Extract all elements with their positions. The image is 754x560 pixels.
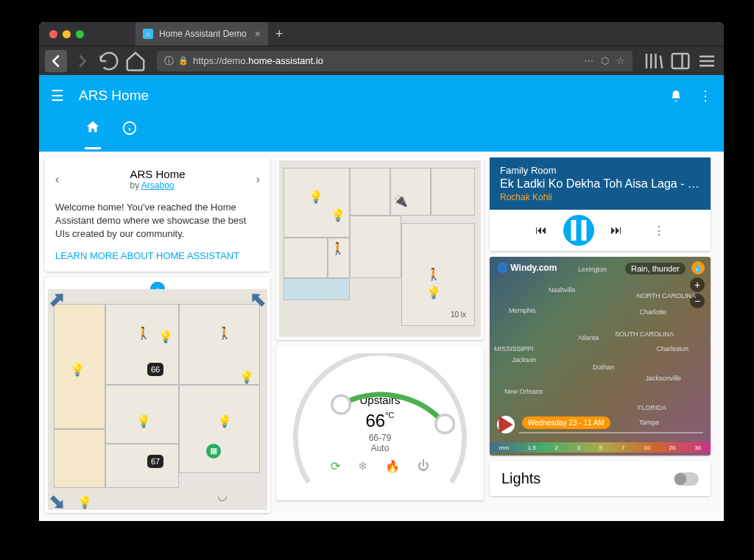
home-button[interactable] — [124, 50, 147, 72]
bulb-icon[interactable]: 💡 — [136, 414, 148, 426]
motion-icon[interactable]: 🚶 — [426, 267, 438, 279]
media-card: Family Room Ek Ladki Ko Dekha Toh Aisa L… — [490, 157, 711, 251]
library-icon[interactable] — [643, 50, 665, 72]
app-title: ARS Home — [79, 88, 149, 104]
camera-icon[interactable] — [48, 492, 68, 512]
svg-point-2 — [332, 395, 350, 414]
city-label: Jackson — [512, 356, 536, 364]
timeline-label[interactable]: Wednesday 23 - 11 AM — [522, 417, 610, 429]
city-label: Tampa — [639, 419, 659, 426]
motion-icon[interactable]: 🚶 — [331, 241, 342, 253]
lights-card: Lights — [490, 461, 711, 496]
zoom-in-button[interactable]: + — [690, 277, 705, 292]
motion-icon[interactable]: 🚶 — [136, 326, 148, 338]
city-label: New Orleans — [504, 388, 543, 395]
app-header: ☰ ARS Home ⋮ — [39, 75, 724, 152]
tab-home[interactable] — [85, 119, 101, 149]
next-track-icon[interactable]: ⏭ — [610, 224, 622, 237]
floorplan-downstairs[interactable]: ▲ ■ ⌂ ⌂ — [45, 277, 270, 513]
url-scheme: https:// — [193, 55, 222, 66]
window-controls — [49, 30, 84, 38]
close-tab-icon[interactable]: × — [255, 28, 261, 40]
motion-icon[interactable]: 🚶 — [217, 326, 229, 338]
tab-title: Home Assistant Demo — [159, 29, 247, 39]
lights-toggle[interactable] — [674, 472, 699, 486]
media-overflow-icon[interactable]: ⋮ — [653, 224, 665, 238]
welcome-body: Welcome home! You've reached the Home As… — [55, 201, 260, 241]
lock-icon: 🔒 — [178, 56, 188, 65]
city-label: Charlotte — [639, 308, 666, 316]
city-label: Memphis — [509, 307, 536, 314]
bell-icon[interactable] — [669, 88, 683, 104]
forward-button[interactable] — [71, 50, 94, 72]
play-pause-button[interactable] — [563, 215, 594, 246]
timeline-play-button[interactable] — [497, 416, 515, 433]
prev-track-icon[interactable]: ⏮ — [535, 224, 547, 237]
shield-icon[interactable]: ⬡ — [601, 55, 609, 66]
temp-badge[interactable]: 67 — [147, 455, 163, 468]
rain-icon[interactable]: 💧 — [691, 261, 705, 274]
sidebar-icon[interactable] — [669, 50, 691, 72]
bulb-icon[interactable]: 💡 — [70, 363, 82, 375]
svg-point-3 — [436, 415, 454, 433]
back-button[interactable] — [45, 50, 67, 72]
tab-info[interactable] — [121, 120, 138, 148]
temp-badge[interactable]: 66 — [147, 363, 163, 376]
svg-rect-5 — [582, 220, 587, 241]
floorplan-upstairs[interactable]: 🚶 🚶 💡 💡 💡 🔌 10 lx — [276, 157, 484, 340]
media-artist: Rochak Kohli — [500, 192, 700, 202]
svg-rect-0 — [672, 54, 689, 68]
city-label: Dothan — [593, 364, 614, 371]
city-label: Nashville — [549, 286, 576, 294]
bulb-icon[interactable]: 💡 — [331, 208, 342, 220]
bulb-icon[interactable]: 💡 — [217, 414, 229, 426]
plug-icon[interactable]: 🔌 — [393, 194, 405, 205]
by-label: by — [130, 180, 141, 191]
welcome-title: ARS Home — [130, 168, 185, 180]
windy-logo: 🌀 Windy.com — [497, 263, 557, 273]
url-bar[interactable]: ⓘ 🔒 https://demo.home-assistant.io ⋯ ⬡ ☆ — [157, 51, 633, 71]
browser-tabbar: ⌂ Home Assistant Demo × + — [39, 22, 724, 46]
menu-button[interactable] — [696, 50, 718, 72]
svg-rect-4 — [571, 220, 577, 241]
url-subdomain: demo. — [222, 55, 248, 66]
bulb-icon[interactable]: 💡 — [77, 495, 89, 507]
city-label: SOUTH CAROLINA — [615, 330, 674, 338]
bulb-icon[interactable]: 💡 — [309, 190, 320, 202]
sensor-icon[interactable]: ◡ — [217, 489, 228, 503]
prev-button[interactable]: ‹ — [55, 173, 59, 186]
info-icon[interactable]: ⓘ — [164, 54, 174, 68]
welcome-card: ‹ ARS Home by Arsaboo › Welcome home! Yo… — [45, 157, 270, 272]
timeline-slider[interactable] — [519, 432, 703, 433]
reload-button[interactable] — [98, 50, 120, 72]
url-host: home-assistant.io — [248, 55, 323, 66]
city-label: FLORIDA — [638, 404, 666, 411]
author-link[interactable]: Arsaboo — [141, 180, 175, 191]
scale-labels: mm1.52357102030 — [490, 444, 711, 451]
layer-selector[interactable]: Rain, thunder — [625, 263, 686, 274]
bulb-icon[interactable]: 💡 — [426, 286, 438, 297]
overflow-icon[interactable]: ⋮ — [699, 88, 712, 104]
city-label: Charleston — [656, 345, 688, 352]
maximize-window-button[interactable] — [76, 30, 84, 38]
media-title: Ek Ladki Ko Dekha Toh Aisa Laga - Title… — [500, 177, 700, 191]
garage-icon[interactable]: ▦ — [206, 444, 221, 458]
more-icon[interactable]: ⋯ — [584, 55, 593, 66]
next-button[interactable]: › — [256, 173, 260, 186]
hamburger-icon[interactable]: ☰ — [51, 87, 64, 104]
weather-card[interactable]: 🌀 Windy.com Rain, thunder 💧 + − Lexingto… — [490, 257, 711, 456]
new-tab-button[interactable]: + — [275, 26, 283, 42]
city-label: Lexington — [578, 266, 607, 273]
minimize-window-button[interactable] — [63, 30, 71, 38]
lights-title: Lights — [501, 470, 540, 487]
favicon-icon: ⌂ — [143, 29, 153, 39]
bulb-icon[interactable]: 💡 — [158, 330, 170, 341]
thermostat-card[interactable]: Upstairs 66°C 66-79 Auto ⟳ ❄ 🔥 ⏻ — [276, 346, 484, 500]
browser-tab[interactable]: ⌂ Home Assistant Demo × — [135, 22, 268, 46]
city-label: Atlanta — [578, 334, 599, 341]
bulb-icon[interactable]: 💡 — [239, 370, 251, 382]
star-icon[interactable]: ☆ — [616, 55, 625, 66]
learn-more-link[interactable]: LEARN MORE ABOUT HOME ASSISTANT — [55, 250, 260, 261]
city-label: MISSISSIPPI — [494, 345, 534, 352]
close-window-button[interactable] — [49, 30, 57, 38]
